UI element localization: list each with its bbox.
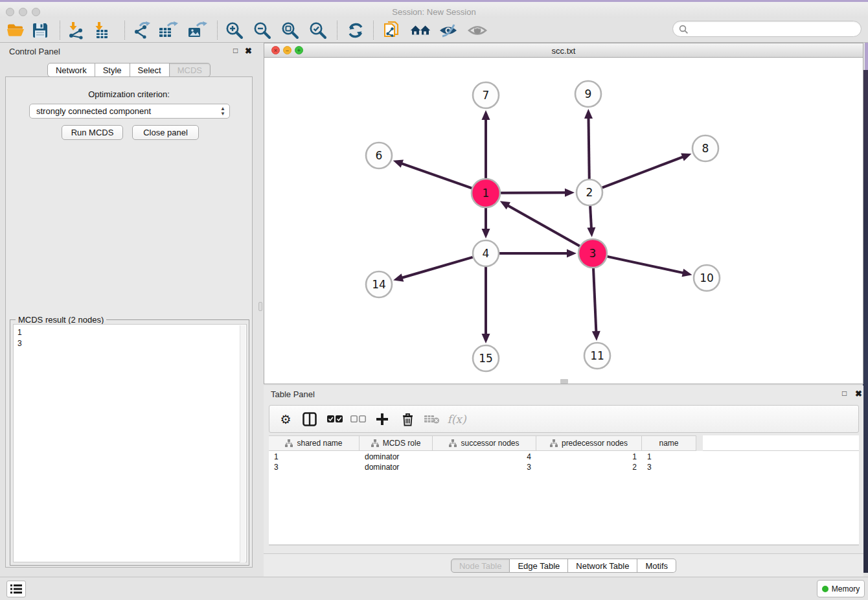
mcds-result-scrollbar[interactable]	[240, 325, 246, 562]
network-window-titlebar[interactable]: × – + scc.txt	[264, 43, 863, 58]
memory-button[interactable]: Memory	[817, 580, 865, 597]
column-header-name[interactable]: name	[642, 436, 696, 450]
edge-arrowhead	[592, 331, 600, 341]
zoom-out-icon[interactable]	[252, 20, 273, 41]
table-tabstrip: Node TableEdge TableNetwork TableMotifs	[264, 553, 863, 577]
control-panel-tabs: NetworkStyleSelectMCDS	[0, 63, 258, 77]
open-folder-icon[interactable]	[5, 20, 26, 41]
delete-table-icon[interactable]	[422, 410, 442, 429]
column-header-MCDS-role[interactable]: MCDS role	[360, 436, 433, 450]
mcds-result-list[interactable]: 13	[13, 324, 247, 562]
cell: 3	[433, 462, 536, 472]
tab-node-table[interactable]: Node Table	[451, 559, 510, 573]
add-column-icon[interactable]	[374, 410, 391, 429]
clone-network-icon[interactable]	[381, 20, 402, 41]
window-title: Session: New Session	[0, 7, 868, 17]
control-panel-float-icon[interactable]: □	[233, 46, 238, 55]
search-field[interactable]	[672, 21, 862, 37]
list-icon	[10, 584, 22, 594]
split-panel-icon[interactable]	[301, 410, 319, 429]
run-mcds-button[interactable]: Run MCDS	[62, 125, 123, 140]
table-horizontal-scrollbar[interactable]	[269, 545, 859, 553]
edge-arrowhead	[482, 229, 490, 238]
home-neighbors-icon[interactable]	[410, 20, 431, 41]
column-header-shared-name[interactable]: shared name	[269, 436, 360, 450]
search-input[interactable]	[691, 22, 856, 36]
delete-column-icon[interactable]	[399, 410, 416, 429]
mcds-result-item: 3	[17, 338, 242, 349]
table-row[interactable]: 1dominator411	[269, 452, 696, 462]
edge-arrowhead	[584, 109, 593, 119]
cell: 2	[536, 462, 642, 472]
cell: 3	[269, 462, 360, 472]
network-resize-handle[interactable]	[560, 379, 568, 384]
save-icon[interactable]	[30, 20, 51, 41]
panel-splitter[interactable]	[258, 43, 264, 569]
toolbar-separator	[373, 21, 374, 40]
tab-network-table[interactable]: Network Table	[568, 559, 637, 573]
tab-style[interactable]: Style	[95, 63, 130, 77]
graph-edge-3-1[interactable]	[507, 205, 580, 246]
tab-edge-table[interactable]: Edge Table	[510, 559, 568, 573]
cell: 1	[536, 452, 642, 462]
edge-arrowhead	[567, 249, 577, 258]
graph-edge-1-6[interactable]	[400, 163, 472, 189]
control-panel-title: Control Panel	[9, 47, 60, 56]
toolbar-separator	[60, 21, 60, 40]
edge-arrowhead	[565, 189, 575, 197]
column-header-predecessor-nodes[interactable]: predecessor nodes	[536, 436, 642, 450]
zoom-fit-icon[interactable]	[280, 20, 301, 41]
function-builder-icon[interactable]: f(x)	[446, 410, 468, 429]
export-network-icon[interactable]	[131, 20, 152, 41]
tab-network[interactable]: Network	[47, 63, 95, 77]
graph-edge-1-2[interactable]	[501, 192, 567, 193]
hide-eye-icon[interactable]	[438, 20, 459, 41]
hierarchy-icon	[550, 439, 558, 447]
memory-label: Memory	[832, 584, 860, 594]
graph-edge-3-11[interactable]	[593, 268, 596, 333]
criterion-value: strongly connected component	[36, 106, 151, 116]
table-toolbar: ⚙ f(x)	[269, 405, 859, 433]
zoom-selected-icon[interactable]	[308, 20, 328, 41]
graph-edge-3-10[interactable]	[607, 257, 684, 273]
main-toolbar	[0, 17, 868, 43]
select-all-icon[interactable]	[326, 410, 343, 429]
edge-arrowhead	[482, 334, 490, 343]
deselect-all-icon[interactable]	[350, 410, 367, 429]
cell: dominator	[360, 462, 433, 472]
gear-icon[interactable]: ⚙	[277, 410, 294, 429]
status-bar: Memory	[0, 577, 868, 600]
graph-node-label: 1	[483, 187, 490, 200]
table-panel-close-icon[interactable]: ✖	[855, 389, 862, 398]
refresh-layout-icon[interactable]	[345, 20, 366, 41]
close-panel-button[interactable]: Close panel	[132, 125, 199, 140]
graph-node-label: 6	[376, 149, 383, 162]
mcds-result-item: 1	[17, 327, 242, 338]
task-history-button[interactable]	[6, 581, 26, 597]
graph-edge-4-14[interactable]	[401, 257, 473, 278]
table-row[interactable]: 3dominator323	[269, 462, 696, 472]
toolbar-separator	[124, 21, 125, 40]
criterion-select[interactable]: strongly connected component ▲▼	[29, 104, 230, 119]
show-eye-icon[interactable]	[467, 20, 488, 41]
graph-edge-2-8[interactable]	[602, 156, 685, 187]
cell: 3	[642, 462, 696, 472]
table-panel-float-icon[interactable]: □	[842, 389, 847, 398]
column-header-successor-nodes[interactable]: successor nodes	[433, 436, 536, 450]
zoom-in-icon[interactable]	[224, 20, 245, 41]
control-panel-close-icon[interactable]: ✖	[245, 46, 252, 56]
import-table-icon[interactable]	[91, 20, 112, 41]
hierarchy-icon	[371, 439, 379, 447]
network-canvas-svg[interactable]: 7968124314101511	[264, 58, 863, 384]
splitter-handle[interactable]	[258, 302, 262, 311]
search-icon	[679, 25, 689, 34]
export-image-icon[interactable]	[187, 20, 207, 41]
tab-mcds[interactable]: MCDS	[170, 63, 211, 77]
graph-edge-2-9[interactable]	[588, 117, 589, 179]
graph-edge-2-3[interactable]	[590, 206, 591, 229]
cell: 4	[433, 452, 536, 462]
tab-motifs[interactable]: Motifs	[637, 559, 676, 573]
tab-select[interactable]: Select	[130, 63, 170, 77]
export-table-icon[interactable]	[157, 20, 178, 41]
import-network-icon[interactable]	[65, 20, 86, 41]
